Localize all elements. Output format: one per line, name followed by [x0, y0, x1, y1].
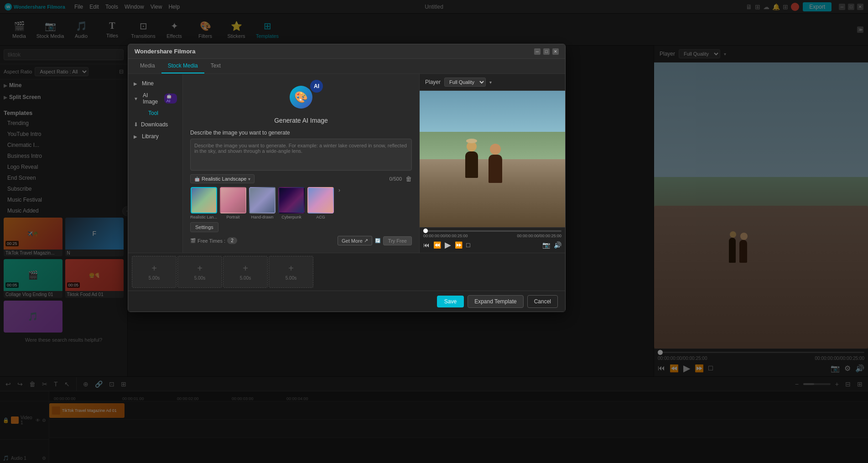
dlg-quality-chevron: ▾ — [489, 80, 492, 85]
slot-duration-2: 5.00s — [194, 276, 205, 281]
style-card-acg-img — [307, 187, 334, 213]
style-dropdown-icon: ▾ — [248, 177, 250, 182]
dlg-player-label: Player — [425, 79, 441, 85]
style-count-clear: 0/500 🗑 — [389, 175, 412, 182]
free-times-row: 🎬 Free Times : 2 Get More ↗ 🔄 Try Free — [190, 236, 412, 245]
slot-plus-1: + — [151, 263, 157, 274]
style-card-realistic-img — [191, 187, 217, 213]
style-card-portrait-img — [220, 187, 246, 213]
dlg-volume-btn[interactable]: 🔊 — [554, 241, 561, 249]
settings-button[interactable]: Settings — [190, 222, 218, 232]
slot-plus-4: + — [288, 263, 294, 274]
dlg-quality-select[interactable]: Full Quality Half Quality — [444, 78, 486, 87]
ai-badge-overlay: AI — [310, 80, 323, 93]
clear-textarea-btn[interactable]: 🗑 — [405, 175, 412, 182]
dlg-sidebar-library[interactable]: ▶ Library — [128, 130, 182, 142]
ai-image-expand-icon: ▼ — [134, 96, 138, 101]
dlg-time-display-row: 00:00:00:00 / 00:00:25:00 00:00:00:00 / … — [423, 234, 561, 238]
slot-duration-1: 5.00s — [149, 276, 160, 281]
dlg-player-preview — [420, 91, 565, 227]
try-free-button[interactable]: Try Free — [383, 236, 412, 245]
free-times-display: 🎬 Free Times : 2 — [190, 237, 237, 244]
dlg-person1 — [463, 151, 480, 183]
get-more-label: Get More — [342, 238, 363, 244]
ai-palette-icon: 🎨 — [294, 91, 308, 104]
dlg-outdoor-photo — [420, 91, 565, 227]
dlg-skip-back-btn[interactable]: ⏮ — [423, 241, 430, 249]
dlg-time-bar — [423, 230, 561, 232]
template-slot-4[interactable]: + 5.00s — [269, 256, 313, 288]
describe-label: Describe the image you want to generate — [190, 130, 290, 136]
downloads-icon: ⬇ — [134, 121, 138, 128]
style-ai-icon: 🤖 — [194, 177, 200, 182]
slot-duration-3: 5.00s — [240, 276, 251, 281]
dialog-body: ▶ Mine ▼ AI Image 🤖 AI Tool ⬇ Downloa — [128, 74, 565, 253]
dlg-library-label: Library — [142, 133, 159, 140]
dlg-sidebar-ai-image[interactable]: ▼ AI Image 🤖 AI — [128, 89, 182, 108]
dlg-downloads-label: Downloads — [141, 121, 168, 128]
dlg-step-fwd-btn[interactable]: ⏩ — [455, 241, 463, 249]
dlg-progress-track[interactable] — [423, 230, 561, 232]
dialog-maximize-btn[interactable]: □ — [543, 48, 550, 55]
style-card-handdrawn[interactable]: Hand-drawn — [249, 187, 275, 219]
generate-title: Generate AI Image — [274, 117, 328, 124]
ai-image-logo: 🎨 AI — [281, 81, 322, 113]
dlg-loop-btn[interactable]: □ — [466, 241, 470, 249]
dlg-snapshot-btn[interactable]: 📷 — [542, 241, 550, 249]
dialog-sidebar: ▶ Mine ▼ AI Image 🤖 AI Tool ⬇ Downloa — [128, 74, 183, 253]
dlg-sidebar-mine[interactable]: ▶ Mine — [128, 78, 182, 89]
filmora-icon: 🎬 — [190, 238, 196, 243]
dlg-ctrl-row: ⏮ ⏪ ▶ ⏩ □ 📷 🔊 — [423, 240, 561, 250]
dialog-main: 🎨 AI Generate AI Image Describe the imag… — [183, 74, 565, 253]
style-card-realistic-label: Realistic Lan... — [190, 215, 217, 219]
ai-logo-graphic: 🎨 AI — [283, 83, 319, 111]
style-card-handdrawn-label: Hand-drawn — [251, 215, 274, 219]
save-button[interactable]: Save — [437, 296, 464, 307]
dlg-time-current: 00:00:00:00 — [423, 234, 445, 238]
expand-template-button[interactable]: Expand Template — [468, 295, 524, 308]
slot-duration-4: 5.00s — [286, 276, 296, 281]
style-card-acg[interactable]: ACG — [307, 187, 334, 219]
char-count: 0/500 — [389, 176, 402, 182]
mine-expand-icon: ▶ — [134, 81, 137, 86]
style-card-cyberpunk[interactable]: Cyberpunk — [278, 187, 305, 219]
library-expand-icon: ▶ — [134, 134, 137, 139]
free-times-value: 2 — [227, 237, 237, 244]
style-select[interactable]: 🤖 Realistic Landscape ▾ — [190, 174, 255, 183]
dlg-ai-image-label: AI Image — [143, 92, 161, 105]
template-slots-row: + 5.00s + 5.00s + 5.00s + 5.00s — [128, 253, 565, 291]
dlg-tool-label: Tool — [148, 110, 158, 116]
dlg-play-btn[interactable]: ▶ — [445, 240, 451, 250]
dialog-tab-stock-media[interactable]: Stock Media — [161, 59, 204, 73]
dialog-close-btn[interactable]: ✕ — [552, 48, 559, 55]
template-slot-2[interactable]: + 5.00s — [177, 256, 222, 288]
dlg-step-back-btn[interactable]: ⏪ — [433, 241, 441, 249]
style-card-portrait-label: Portrait — [227, 215, 240, 219]
dialog-title-bar: Wondershare Filmora ─ □ ✕ — [128, 44, 565, 59]
style-card-cyberpunk-label: Cyberpunk — [281, 215, 301, 219]
dialog-player: Player Full Quality Half Quality ▾ — [419, 74, 565, 253]
dialog-action-bar: Save Expand Template Cancel — [128, 291, 565, 312]
dialog-tab-text[interactable]: Text — [204, 59, 227, 73]
dlg-player-header: Player Full Quality Half Quality ▾ — [420, 74, 565, 91]
style-arrow-next[interactable]: › — [337, 187, 342, 219]
dialog-overlay: Wondershare Filmora ─ □ ✕ Media Stock Me… — [0, 0, 868, 463]
style-row: 🤖 Realistic Landscape ▾ 0/500 🗑 — [190, 174, 412, 183]
dialog-tab-media[interactable]: Media — [134, 59, 161, 73]
dlg-sidebar-downloads[interactable]: ⬇ Downloads — [128, 119, 182, 130]
template-slot-3[interactable]: + 5.00s — [223, 256, 268, 288]
dlg-sidebar-tool[interactable]: Tool — [128, 108, 182, 119]
style-card-portrait[interactable]: Portrait — [220, 187, 246, 219]
get-more-button[interactable]: Get More ↗ — [338, 236, 372, 245]
dialog-minimize-btn[interactable]: ─ — [534, 48, 541, 55]
style-card-realistic[interactable]: Realistic Lan... — [190, 187, 217, 219]
dialog-content-left: 🎨 AI Generate AI Image Describe the imag… — [183, 74, 419, 253]
describe-textarea[interactable] — [190, 139, 412, 171]
style-cards: Realistic Lan... Portrait Hand-drawn — [190, 187, 412, 219]
template-slot-1[interactable]: + 5.00s — [132, 256, 177, 288]
dlg-right-time-total: 00:00:25:00 — [540, 234, 561, 238]
refresh-icon[interactable]: 🔄 — [375, 238, 380, 243]
slot-plus-3: + — [243, 263, 248, 274]
cancel-button[interactable]: Cancel — [527, 295, 558, 308]
style-card-handdrawn-img — [249, 187, 275, 213]
